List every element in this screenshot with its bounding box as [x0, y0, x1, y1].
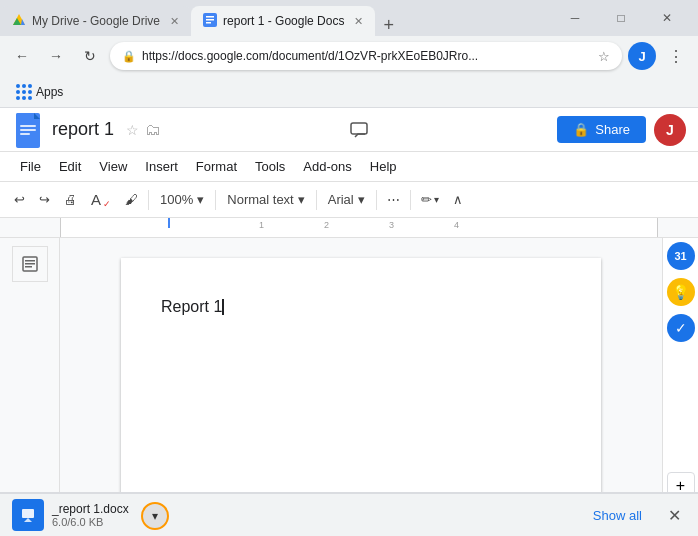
toolbar-sep-5 [410, 190, 411, 210]
comment-button[interactable] [343, 114, 375, 146]
cursor [222, 299, 224, 315]
paint-format-button[interactable]: 🖌 [119, 186, 144, 214]
font-dropdown[interactable]: Arial ▾ [321, 186, 372, 214]
tab1-favicon [12, 13, 26, 30]
star-icon[interactable]: ☆ [598, 49, 610, 64]
redo-button[interactable]: ↪ [33, 186, 56, 214]
outline-button[interactable] [12, 246, 48, 282]
share-button[interactable]: 🔒 Share [557, 116, 646, 143]
pencil-icon: ✏ [421, 192, 432, 207]
reload-button[interactable]: ↻ [76, 42, 104, 70]
link-chevron: ▾ [434, 194, 439, 205]
download-filename: _report 1.docx [52, 502, 129, 516]
menu-help[interactable]: Help [362, 155, 405, 178]
menu-insert[interactable]: Insert [137, 155, 186, 178]
star-icon[interactable]: ☆ [126, 122, 139, 138]
apps-bookmark[interactable]: Apps [8, 80, 71, 104]
close-download-bar-button[interactable]: ✕ [662, 503, 686, 527]
show-all-button[interactable]: Show all [581, 502, 654, 529]
maximize-button[interactable]: □ [598, 0, 644, 36]
svg-rect-12 [351, 123, 367, 134]
close-button[interactable]: ✕ [644, 0, 690, 36]
user-avatar[interactable]: J [654, 114, 686, 146]
style-dropdown[interactable]: Normal text ▾ [220, 186, 311, 214]
tab2-title: report 1 - Google Docs [223, 14, 344, 28]
font-chevron: ▾ [358, 192, 365, 207]
menu-view[interactable]: View [91, 155, 135, 178]
undo-button[interactable]: ↩ [8, 186, 31, 214]
svg-rect-10 [20, 129, 36, 131]
menu-addons[interactable]: Add-ons [295, 155, 359, 178]
collapse-toolbar-button[interactable]: ∧ [447, 186, 469, 214]
back-button[interactable]: ← [8, 42, 36, 70]
toolbar-sep-1 [148, 190, 149, 210]
doc-actions: ☆ 🗂 [126, 121, 161, 139]
more-options-button[interactable]: ⋮ [662, 42, 690, 70]
doc-heading[interactable]: Report 1 [161, 298, 222, 315]
download-info: _report 1.docx 6.0/6.0 KB [52, 502, 129, 528]
calendar-icon[interactable]: 31 [667, 242, 695, 270]
minimize-button[interactable]: ─ [552, 0, 598, 36]
zoom-dropdown[interactable]: 100% ▾ [153, 186, 211, 214]
tab2-favicon [203, 13, 217, 30]
menu-edit[interactable]: Edit [51, 155, 89, 178]
menu-bar: File Edit View Insert Format Tools Add-o… [0, 152, 698, 182]
download-size: 6.0/6.0 KB [52, 516, 129, 528]
svg-rect-9 [20, 125, 36, 127]
style-value: Normal text [227, 192, 293, 207]
more-toolbar-button[interactable]: ⋯ [381, 186, 406, 214]
apps-label: Apps [36, 85, 63, 99]
docs-app-icon [12, 114, 44, 146]
address-input[interactable]: 🔒 https://docs.google.com/document/d/1Oz… [110, 42, 622, 70]
ruler-inner: 1234 [60, 218, 658, 237]
menu-file[interactable]: File [12, 155, 49, 178]
svg-rect-14 [25, 260, 35, 262]
download-bar: _report 1.docx 6.0/6.0 KB ▾ Show all ✕ [0, 492, 698, 536]
svg-rect-15 [25, 263, 35, 265]
tab-1[interactable]: My Drive - Google Drive ✕ [0, 6, 191, 36]
docs-app: report 1 ☆ 🗂 🔒 Share J File Edit View In… [0, 108, 698, 536]
toolbar: ↩ ↪ 🖨 A✓ 🖌 100% ▾ Normal text ▾ Arial ▾ … [0, 182, 698, 218]
edit-link-button[interactable]: ✏▾ [415, 186, 445, 214]
svg-rect-16 [25, 266, 32, 268]
menu-tools[interactable]: Tools [247, 155, 293, 178]
toolbar-sep-3 [316, 190, 317, 210]
doc-title: report 1 [52, 119, 114, 140]
new-tab-button[interactable]: + [375, 15, 402, 36]
toolbar-sep-2 [215, 190, 216, 210]
tasks-icon[interactable]: ✓ [667, 314, 695, 342]
browser-window: My Drive - Google Drive ✕ report 1 - Goo… [0, 0, 698, 108]
tab1-close[interactable]: ✕ [170, 15, 179, 28]
lock-share-icon: 🔒 [573, 122, 589, 137]
bookmarks-bar: Apps [0, 76, 698, 108]
svg-rect-18 [22, 509, 34, 518]
tab1-title: My Drive - Google Drive [32, 14, 160, 28]
folder-icon[interactable]: 🗂 [145, 121, 161, 139]
forward-button[interactable]: → [42, 42, 70, 70]
tab2-close[interactable]: ✕ [354, 15, 363, 28]
svg-rect-5 [206, 19, 214, 21]
svg-rect-6 [206, 22, 211, 24]
print-button[interactable]: 🖨 [58, 186, 83, 214]
share-label: Share [595, 122, 630, 137]
window-controls: ─ □ ✕ [552, 0, 698, 36]
profile-button[interactable]: J [628, 42, 656, 70]
address-bar-row: ← → ↻ 🔒 https://docs.google.com/document… [0, 36, 698, 76]
menu-format[interactable]: Format [188, 155, 245, 178]
zoom-value: 100% [160, 192, 193, 207]
address-url: https://docs.google.com/document/d/1OzVR… [142, 49, 592, 63]
spellcheck-button[interactable]: A✓ [85, 186, 117, 214]
keep-icon[interactable]: 💡 [667, 278, 695, 306]
font-value: Arial [328, 192, 354, 207]
svg-rect-4 [206, 16, 214, 18]
toolbar-sep-4 [376, 190, 377, 210]
tab-2[interactable]: report 1 - Google Docs ✕ [191, 6, 375, 36]
tab-bar: My Drive - Google Drive ✕ report 1 - Goo… [0, 0, 698, 36]
style-chevron: ▾ [298, 192, 305, 207]
lock-icon: 🔒 [122, 50, 136, 63]
download-file-icon [12, 499, 44, 531]
download-options-button[interactable]: ▾ [141, 502, 169, 530]
doc-content-text: Report 1 [161, 298, 561, 316]
ruler: 1234 [0, 218, 698, 238]
apps-grid-icon [16, 84, 32, 100]
